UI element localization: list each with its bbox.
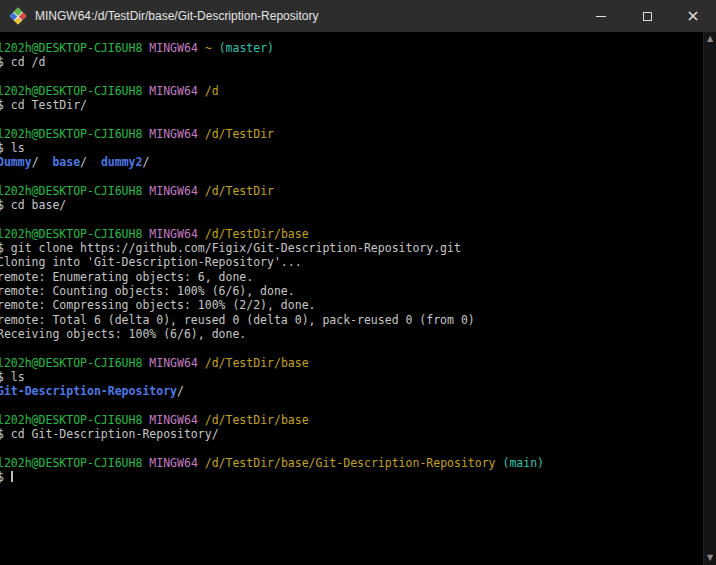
terminal-line: $ cd /d — [0, 55, 716, 69]
terminal-line — [0, 70, 716, 84]
scrollbar-down-icon[interactable]: ▼ — [707, 551, 713, 565]
terminal-line — [0, 170, 716, 184]
terminal-line: l202h@DESKTOP-CJI6UH8 MINGW64 /d/TestDir… — [0, 227, 716, 241]
close-button[interactable]: × — [670, 0, 716, 32]
terminal-line — [0, 213, 716, 227]
terminal-line: remote: Enumerating objects: 6, done. — [0, 270, 716, 284]
terminal-output-area[interactable]: l202h@DESKTOP-CJI6UH8 MINGW64 ~ (master)… — [0, 32, 716, 565]
terminal-line: l202h@DESKTOP-CJI6UH8 MINGW64 /d/TestDir — [0, 184, 716, 198]
maximize-icon — [643, 12, 652, 21]
terminal-window: MINGW64:/d/TestDir/base/Git-Description-… — [0, 0, 716, 565]
terminal-line: $ — [0, 470, 716, 484]
close-icon: × — [686, 8, 699, 24]
minimize-icon — [596, 16, 606, 17]
terminal-line: l202h@DESKTOP-CJI6UH8 MINGW64 ~ (master) — [0, 41, 716, 55]
terminal-line: l202h@DESKTOP-CJI6UH8 MINGW64 /d/TestDir — [0, 127, 716, 141]
titlebar[interactable]: MINGW64:/d/TestDir/base/Git-Description-… — [0, 0, 716, 32]
terminal-line: Receiving objects: 100% (6/6), done. — [0, 327, 716, 341]
terminal-line: remote: Compressing objects: 100% (2/2),… — [0, 298, 716, 312]
git-bash-icon — [10, 8, 26, 24]
terminal-line: l202h@DESKTOP-CJI6UH8 MINGW64 /d/TestDir… — [0, 456, 716, 470]
scrollbar-up-icon[interactable]: ▲ — [707, 32, 713, 46]
terminal-line — [0, 112, 716, 126]
git-bash-icon-diamond — [10, 8, 27, 25]
terminal-line: l202h@DESKTOP-CJI6UH8 MINGW64 /d/TestDir… — [0, 413, 716, 427]
terminal-line: remote: Total 6 (delta 0), reused 0 (del… — [0, 313, 716, 327]
terminal-line: $ cd base/ — [0, 198, 716, 212]
terminal-line: remote: Counting objects: 100% (6/6), do… — [0, 284, 716, 298]
terminal-line: Cloning into 'Git-Description-Repository… — [0, 255, 716, 269]
terminal-line: Dummy/ base/ dummy2/ — [0, 155, 716, 169]
terminal-line: l202h@DESKTOP-CJI6UH8 MINGW64 /d/TestDir… — [0, 356, 716, 370]
window-title: MINGW64:/d/TestDir/base/Git-Description-… — [35, 9, 318, 23]
text-cursor — [11, 471, 13, 482]
terminal-line: $ cd Git-Description-Repository/ — [0, 427, 716, 441]
terminal-line: $ cd TestDir/ — [0, 98, 716, 112]
terminal-line — [0, 441, 716, 455]
terminal-line: $ git clone https://github.com/Figix/Git… — [0, 241, 716, 255]
terminal-line — [0, 398, 716, 412]
terminal-line — [0, 341, 716, 355]
terminal-line: $ ls — [0, 370, 716, 384]
terminal-line: $ ls — [0, 141, 716, 155]
scrollbar[interactable]: ▲ ▼ — [703, 32, 716, 565]
maximize-button[interactable] — [624, 0, 670, 32]
minimize-button[interactable] — [578, 0, 624, 32]
terminal-text: l202h@DESKTOP-CJI6UH8 MINGW64 ~ (master)… — [0, 32, 716, 484]
terminal-line: Git-Description-Repository/ — [0, 384, 716, 398]
terminal-line: l202h@DESKTOP-CJI6UH8 MINGW64 /d — [0, 84, 716, 98]
